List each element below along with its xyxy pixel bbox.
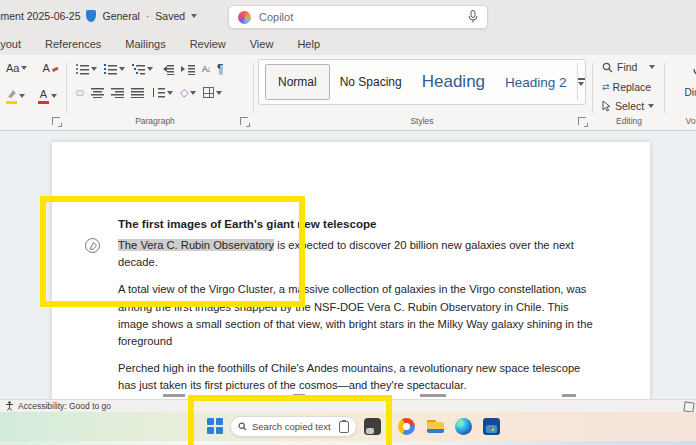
taskbar-search-box[interactable]: Search copied text	[230, 416, 357, 437]
voice-group-label: Voice	[668, 116, 696, 126]
tab-view[interactable]: View	[238, 38, 286, 50]
style-normal[interactable]: Normal	[265, 64, 330, 100]
multilevel-list-button[interactable]	[132, 64, 153, 75]
chevron-down-icon	[21, 66, 27, 70]
clipboard-icon[interactable]	[339, 421, 349, 433]
copilot-placeholder: Copilot	[259, 11, 460, 23]
title-bar: Document 2025-06-25 General · Saved Copi…	[0, 0, 696, 34]
editing-group-label: Editing	[598, 116, 660, 126]
paragraph-group-label: Paragraph	[70, 116, 240, 126]
font-color-button[interactable]: A	[38, 88, 57, 104]
start-button[interactable]	[207, 418, 223, 434]
align-right-button[interactable]	[111, 87, 124, 98]
search-icon	[238, 422, 247, 431]
styles-gallery-more-button[interactable]	[577, 63, 585, 101]
taskbar-search-placeholder: Search copied text	[252, 421, 334, 432]
store-app-icon[interactable]	[483, 418, 500, 435]
sensitivity-shield-icon	[86, 10, 96, 22]
accessibility-status[interactable]: Accessibility: Good to go	[5, 401, 111, 411]
paragraph-2: A total view of the Virgo Cluster, a mas…	[118, 281, 600, 350]
replace-button[interactable]: ⇄ Replace	[602, 81, 651, 93]
highlighter-pen-icon	[6, 90, 17, 98]
file-explorer-icon[interactable]	[427, 420, 444, 433]
edge-icon[interactable]	[455, 418, 472, 435]
tab-help[interactable]: Help	[285, 38, 332, 50]
style-heading2[interactable]: Heading 2	[495, 75, 577, 90]
chevron-down-icon	[191, 14, 197, 18]
clear-formatting-button[interactable]: A	[42, 62, 58, 74]
gallery-more-bar	[578, 78, 585, 80]
chevron-down-icon	[19, 94, 25, 98]
desktop-strip	[0, 441, 696, 445]
accessibility-icon	[5, 401, 14, 411]
chrome-icon[interactable]	[398, 418, 415, 435]
group-separator	[253, 63, 254, 113]
dark-app-icon[interactable]	[364, 418, 381, 435]
save-status[interactable]: Saved	[155, 10, 185, 22]
paragraph-dialog-launcher[interactable]	[240, 117, 248, 125]
tab-mailings[interactable]: Mailings	[113, 38, 177, 50]
show-paragraph-marks-button[interactable]: ¶	[217, 62, 223, 76]
search-icon	[602, 62, 613, 73]
bullet-list-icon	[76, 64, 89, 75]
tab-layout[interactable]: Layout	[0, 38, 33, 50]
document-content[interactable]: The first images of Earth's giant new te…	[118, 215, 600, 399]
styles-group-label: Styles	[258, 116, 586, 126]
paragraph-3: Perched high in the foothills of Chile's…	[118, 360, 600, 394]
taskbar: Search copied text	[0, 412, 696, 441]
align-center-button[interactable]	[91, 87, 104, 98]
shading-icon: ◇	[180, 86, 188, 99]
numbered-list-icon	[104, 64, 117, 75]
change-case-button[interactable]: Aa	[6, 62, 27, 74]
font-color-bar	[38, 101, 49, 104]
selected-text: The Vera C. Rubin Observatory	[118, 239, 274, 251]
select-button[interactable]: Select	[602, 100, 654, 112]
shading-button[interactable]: ◇	[180, 86, 196, 99]
word-window: Document 2025-06-25 General · Saved Copi…	[0, 0, 696, 445]
style-heading1[interactable]: Heading	[412, 72, 495, 92]
sort-button[interactable]: A↓	[202, 64, 210, 74]
document-title-group: Document 2025-06-25 General · Saved	[0, 10, 197, 22]
justify-button[interactable]	[131, 87, 144, 98]
align-left-button[interactable]	[76, 90, 84, 96]
text-highlight-button[interactable]	[6, 88, 25, 104]
line-spacing-button[interactable]	[151, 87, 173, 98]
bullets-button[interactable]	[76, 64, 97, 75]
clipped-text-fragment	[562, 394, 576, 397]
ribbon-tab-bar: Layout References Mailings Review View H…	[0, 34, 696, 55]
view-toggle-icon[interactable]	[683, 401, 694, 412]
ribbon: Aa A A	[0, 55, 696, 131]
line-spacing-icon	[151, 87, 165, 98]
status-bar: Accessibility: Good to go	[0, 399, 696, 412]
document-heading: The first images of Earth's giant new te…	[118, 215, 600, 232]
chevron-down-icon	[648, 104, 654, 108]
paragraph-1: The Vera C. Rubin Observatory is expecte…	[118, 237, 600, 271]
font-dialog-launcher[interactable]	[52, 117, 60, 125]
group-separator	[66, 63, 67, 113]
highlight-color-bar	[6, 101, 17, 104]
dictate-button[interactable]: Dictate	[670, 59, 696, 116]
chevron-down-icon	[578, 82, 584, 86]
tab-references[interactable]: References	[33, 38, 113, 50]
borders-button[interactable]	[203, 87, 222, 98]
document-page[interactable]: The first images of Earth's giant new te…	[52, 142, 650, 399]
clipped-text-fragment	[293, 394, 305, 397]
copilot-search-box[interactable]: Copilot	[228, 5, 488, 29]
group-separator	[592, 63, 593, 113]
copilot-margin-icon[interactable]	[85, 238, 100, 253]
find-button[interactable]: Find	[602, 61, 655, 73]
styles-gallery: Normal No Spacing Heading Heading 2	[258, 59, 586, 105]
styles-dialog-launcher[interactable]	[578, 117, 586, 125]
ribbon-tabs: Layout References Mailings Review View H…	[0, 34, 696, 50]
clipped-text-fragment	[163, 394, 185, 397]
decrease-indent-button[interactable]	[160, 64, 174, 75]
style-no-spacing[interactable]: No Spacing	[330, 75, 412, 89]
copilot-icon	[238, 11, 251, 24]
chevron-down-icon	[51, 94, 57, 98]
sensitivity-label[interactable]: General	[102, 10, 139, 22]
clipped-text-fragment	[420, 394, 446, 397]
increase-indent-button[interactable]	[181, 64, 195, 75]
microphone-icon[interactable]	[468, 10, 478, 24]
numbering-button[interactable]	[104, 64, 125, 75]
tab-review[interactable]: Review	[178, 38, 238, 50]
